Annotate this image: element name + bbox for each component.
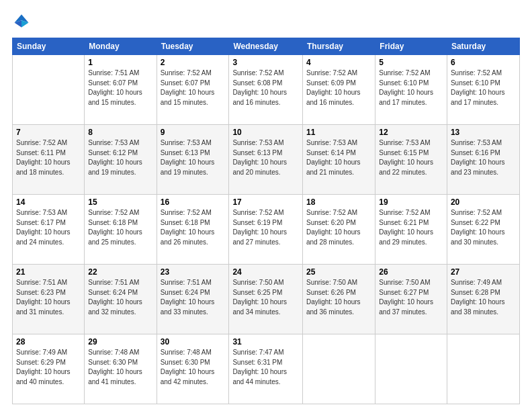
calendar-table: SundayMondayTuesdayWednesdayThursdayFrid… [12, 38, 520, 404]
calendar-cell: 23Sunrise: 7:51 AM Sunset: 6:24 PM Dayli… [157, 265, 229, 334]
day-number: 14 [16, 197, 81, 207]
day-info: Sunrise: 7:52 AM Sunset: 6:19 PM Dayligh… [232, 208, 299, 247]
weekday-header-wednesday: Wednesday [229, 38, 303, 55]
day-info: Sunrise: 7:50 AM Sunset: 6:25 PM Dayligh… [232, 278, 299, 317]
day-number: 6 [451, 58, 516, 67]
calendar-cell: 28Sunrise: 7:49 AM Sunset: 6:29 PM Dayli… [13, 334, 85, 404]
calendar-cell: 12Sunrise: 7:53 AM Sunset: 6:15 PM Dayli… [375, 125, 447, 195]
day-number: 1 [88, 58, 152, 67]
page: SundayMondayTuesdayWednesdayThursdayFrid… [0, 0, 532, 411]
calendar-cell: 7Sunrise: 7:52 AM Sunset: 6:11 PM Daylig… [13, 125, 85, 195]
calendar-cell: 29Sunrise: 7:48 AM Sunset: 6:30 PM Dayli… [85, 334, 157, 404]
calendar-cell: 22Sunrise: 7:51 AM Sunset: 6:24 PM Dayli… [85, 265, 157, 334]
day-info: Sunrise: 7:51 AM Sunset: 6:07 PM Dayligh… [88, 68, 152, 107]
day-info: Sunrise: 7:52 AM Sunset: 6:07 PM Dayligh… [161, 68, 226, 107]
day-number: 19 [379, 197, 443, 207]
day-number: 23 [161, 267, 226, 277]
day-info: Sunrise: 7:52 AM Sunset: 6:10 PM Dayligh… [379, 68, 443, 107]
day-info: Sunrise: 7:51 AM Sunset: 6:23 PM Dayligh… [16, 278, 81, 317]
day-number: 26 [379, 267, 443, 277]
day-number: 5 [379, 58, 443, 67]
day-number: 8 [88, 128, 152, 137]
calendar-cell: 10Sunrise: 7:53 AM Sunset: 6:13 PM Dayli… [229, 125, 303, 195]
day-number: 12 [379, 128, 443, 137]
calendar-cell: 31Sunrise: 7:47 AM Sunset: 6:31 PM Dayli… [229, 334, 303, 404]
day-number: 13 [451, 128, 516, 137]
day-info: Sunrise: 7:48 AM Sunset: 6:30 PM Dayligh… [88, 348, 152, 387]
day-number: 9 [161, 128, 226, 137]
weekday-header-row: SundayMondayTuesdayWednesdayThursdayFrid… [13, 38, 520, 55]
day-info: Sunrise: 7:52 AM Sunset: 6:18 PM Dayligh… [161, 208, 226, 247]
header [12, 12, 520, 31]
day-info: Sunrise: 7:53 AM Sunset: 6:17 PM Dayligh… [16, 208, 81, 247]
calendar-cell [375, 334, 447, 404]
weekday-header-sunday: Sunday [13, 38, 85, 55]
calendar-cell: 9Sunrise: 7:53 AM Sunset: 6:13 PM Daylig… [157, 125, 229, 195]
day-info: Sunrise: 7:52 AM Sunset: 6:10 PM Dayligh… [451, 68, 516, 107]
day-info: Sunrise: 7:53 AM Sunset: 6:12 PM Dayligh… [88, 138, 152, 177]
calendar-cell: 25Sunrise: 7:50 AM Sunset: 6:26 PM Dayli… [302, 265, 375, 334]
calendar-week-4: 21Sunrise: 7:51 AM Sunset: 6:23 PM Dayli… [13, 265, 520, 334]
day-info: Sunrise: 7:51 AM Sunset: 6:24 PM Dayligh… [161, 278, 226, 317]
day-info: Sunrise: 7:51 AM Sunset: 6:24 PM Dayligh… [88, 278, 152, 317]
day-info: Sunrise: 7:53 AM Sunset: 6:14 PM Dayligh… [306, 138, 371, 177]
day-number: 31 [232, 337, 299, 347]
day-number: 30 [161, 337, 226, 347]
day-number: 3 [232, 58, 299, 67]
calendar-cell: 5Sunrise: 7:52 AM Sunset: 6:10 PM Daylig… [375, 55, 447, 125]
calendar-cell [13, 55, 85, 125]
calendar-cell: 1Sunrise: 7:51 AM Sunset: 6:07 PM Daylig… [85, 55, 157, 125]
calendar-cell [302, 334, 375, 404]
day-info: Sunrise: 7:53 AM Sunset: 6:13 PM Dayligh… [161, 138, 226, 177]
logo-icon [12, 12, 31, 31]
day-info: Sunrise: 7:47 AM Sunset: 6:31 PM Dayligh… [232, 348, 299, 387]
calendar-cell: 15Sunrise: 7:52 AM Sunset: 6:18 PM Dayli… [85, 195, 157, 265]
day-info: Sunrise: 7:52 AM Sunset: 6:22 PM Dayligh… [451, 208, 516, 247]
calendar-week-3: 14Sunrise: 7:53 AM Sunset: 6:17 PM Dayli… [13, 195, 520, 265]
day-number: 16 [161, 197, 226, 207]
calendar-cell: 8Sunrise: 7:53 AM Sunset: 6:12 PM Daylig… [85, 125, 157, 195]
calendar-cell: 11Sunrise: 7:53 AM Sunset: 6:14 PM Dayli… [302, 125, 375, 195]
calendar-cell: 24Sunrise: 7:50 AM Sunset: 6:25 PM Dayli… [229, 265, 303, 334]
day-info: Sunrise: 7:49 AM Sunset: 6:29 PM Dayligh… [16, 348, 81, 387]
calendar-cell: 20Sunrise: 7:52 AM Sunset: 6:22 PM Dayli… [447, 195, 519, 265]
weekday-header-friday: Friday [375, 38, 447, 55]
day-info: Sunrise: 7:53 AM Sunset: 6:15 PM Dayligh… [379, 138, 443, 177]
calendar-cell: 2Sunrise: 7:52 AM Sunset: 6:07 PM Daylig… [157, 55, 229, 125]
day-info: Sunrise: 7:53 AM Sunset: 6:13 PM Dayligh… [232, 138, 299, 177]
day-number: 2 [161, 58, 226, 67]
day-number: 11 [306, 128, 371, 137]
calendar-cell: 26Sunrise: 7:50 AM Sunset: 6:27 PM Dayli… [375, 265, 447, 334]
day-number: 17 [232, 197, 299, 207]
day-number: 21 [16, 267, 81, 277]
calendar-cell: 21Sunrise: 7:51 AM Sunset: 6:23 PM Dayli… [13, 265, 85, 334]
weekday-header-tuesday: Tuesday [157, 38, 229, 55]
day-info: Sunrise: 7:48 AM Sunset: 6:30 PM Dayligh… [161, 348, 226, 387]
calendar-cell: 18Sunrise: 7:52 AM Sunset: 6:20 PM Dayli… [302, 195, 375, 265]
day-info: Sunrise: 7:53 AM Sunset: 6:16 PM Dayligh… [451, 138, 516, 177]
calendar-cell: 14Sunrise: 7:53 AM Sunset: 6:17 PM Dayli… [13, 195, 85, 265]
day-info: Sunrise: 7:52 AM Sunset: 6:18 PM Dayligh… [88, 208, 152, 247]
calendar-cell: 30Sunrise: 7:48 AM Sunset: 6:30 PM Dayli… [157, 334, 229, 404]
calendar-week-5: 28Sunrise: 7:49 AM Sunset: 6:29 PM Dayli… [13, 334, 520, 404]
day-number: 7 [16, 128, 81, 137]
calendar-cell: 3Sunrise: 7:52 AM Sunset: 6:08 PM Daylig… [229, 55, 303, 125]
weekday-header-monday: Monday [85, 38, 157, 55]
day-info: Sunrise: 7:52 AM Sunset: 6:11 PM Dayligh… [16, 138, 81, 177]
calendar-cell: 13Sunrise: 7:53 AM Sunset: 6:16 PM Dayli… [447, 125, 519, 195]
calendar-week-2: 7Sunrise: 7:52 AM Sunset: 6:11 PM Daylig… [13, 125, 520, 195]
day-number: 28 [16, 337, 81, 347]
day-number: 20 [451, 197, 516, 207]
day-number: 4 [306, 58, 371, 67]
day-info: Sunrise: 7:52 AM Sunset: 6:20 PM Dayligh… [306, 208, 371, 247]
day-number: 24 [232, 267, 299, 277]
day-info: Sunrise: 7:52 AM Sunset: 6:08 PM Dayligh… [232, 68, 299, 107]
day-info: Sunrise: 7:52 AM Sunset: 6:21 PM Dayligh… [379, 208, 443, 247]
calendar-cell: 16Sunrise: 7:52 AM Sunset: 6:18 PM Dayli… [157, 195, 229, 265]
day-info: Sunrise: 7:50 AM Sunset: 6:26 PM Dayligh… [306, 278, 371, 317]
day-info: Sunrise: 7:49 AM Sunset: 6:28 PM Dayligh… [451, 278, 516, 317]
calendar-week-1: 1Sunrise: 7:51 AM Sunset: 6:07 PM Daylig… [13, 55, 520, 125]
day-number: 15 [88, 197, 152, 207]
day-number: 22 [88, 267, 152, 277]
day-number: 29 [88, 337, 152, 347]
